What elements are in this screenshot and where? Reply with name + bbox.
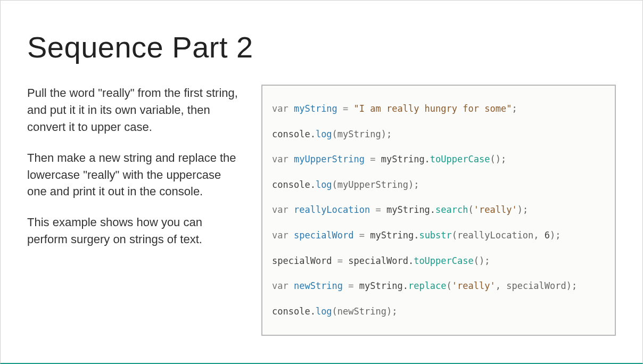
code-token: reallyLocation [294,204,370,215]
code-token: console. [272,179,316,190]
code-token: ); [550,230,560,241]
code-token: 6 [545,230,550,241]
code-token: ); [517,204,528,215]
code-token: replace [408,280,447,291]
code-token: (myString); [332,129,392,139]
slide-content: Pull the word "really" from the first st… [27,85,616,336]
code-token: = [370,204,386,215]
code-column: var myString = "I am really hungry for s… [261,85,616,336]
code-token: myString. [381,154,430,164]
code-block: var myString = "I am really hungry for s… [261,85,616,336]
code-token: ( [468,204,474,215]
code-token: = [343,280,359,291]
code-token: log [316,179,332,190]
code-token: var [272,204,294,215]
code-token: console. [272,306,316,317]
code-token: toUpperCase [414,255,474,266]
code-token: log [316,129,332,139]
code-token: var [272,280,294,291]
code-token: myString. [359,280,408,291]
code-token: (reallyLocation, [452,230,545,241]
code-token: myString. [370,230,419,241]
code-token: newString [294,280,343,291]
code-token: toUpperCase [430,154,490,164]
code-token: (myUpperString); [332,179,419,190]
instructions-column: Pull the word "really" from the first st… [27,85,240,262]
code-token: console. [272,129,316,139]
code-token: var [272,154,294,164]
code-token: = [365,154,381,164]
code-token: 'really' [474,204,517,215]
code-token: myString [294,103,337,114]
code-token: ( [447,280,452,291]
code-token: specialWord. [348,255,414,266]
code-token: ; [512,103,517,114]
code-token: (); [490,154,506,164]
slide-title: Sequence Part 2 [27,30,616,64]
code-token: = [332,255,349,266]
code-token: , specialWord); [496,280,578,291]
code-token: myUpperString [294,154,365,164]
code-token: specialWord [272,255,332,266]
code-token: specialWord [294,230,354,241]
code-token: = [337,103,354,114]
code-token: substr [419,230,451,241]
instruction-paragraph: Pull the word "really" from the first st… [27,85,240,136]
code-token: = [354,230,370,241]
code-token: log [316,306,332,317]
instruction-paragraph: This example shows how you can perform s… [27,214,240,248]
code-token: var [272,230,294,241]
code-token: search [435,204,468,215]
code-token: 'really' [452,280,496,291]
code-token: var [272,103,294,114]
code-token: (newString); [332,306,398,317]
code-token: "I am really hungry for some" [354,103,512,114]
code-token: (); [474,255,490,266]
instruction-paragraph: Then make a new string and replace the l… [27,150,240,201]
code-token: myString. [386,204,435,215]
